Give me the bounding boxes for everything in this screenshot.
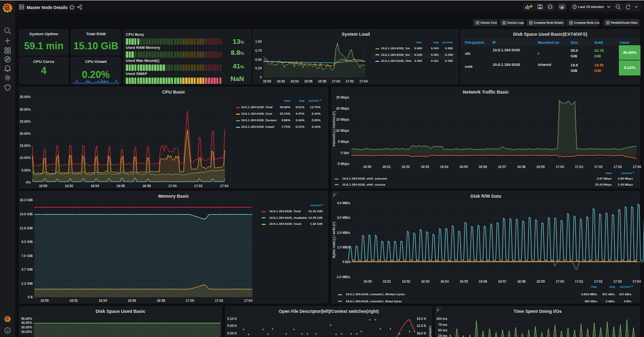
svg-text:16:53: 16:53 (421, 165, 429, 168)
svg-text:1.00: 1.00 (255, 40, 262, 43)
svg-text:50 ms: 50 ms (438, 328, 448, 332)
svg-text:16:58: 16:58 (156, 299, 165, 302)
svg-text:0.25: 0.25 (255, 66, 262, 70)
svg-text:16:52: 16:52 (401, 165, 410, 168)
svg-text:17:00: 17:00 (186, 299, 194, 302)
svg-text:16:56: 16:56 (117, 184, 125, 188)
svg-text:i: i (438, 308, 439, 312)
svg-text:16:55: 16:55 (459, 165, 468, 168)
svg-text:50.00%: 50.00% (21, 317, 32, 320)
svg-text:17:00: 17:00 (332, 79, 340, 83)
svg-text:17:04: 17:04 (244, 299, 253, 302)
svg-text:1.0 MB/s: 1.0 MB/s (337, 245, 351, 249)
svg-text:-5 Mbps: -5 Mbps (337, 162, 349, 166)
svg-text:14.0 GiB: 14.0 GiB (20, 212, 33, 216)
svg-text:17:04: 17:04 (633, 165, 641, 168)
svg-text:16:56: 16:56 (478, 165, 487, 168)
svg-text:17:00: 17:00 (555, 165, 564, 168)
svg-text:16:50: 16:50 (363, 280, 372, 283)
svg-text:20 Mbps: 20 Mbps (336, 107, 349, 111)
svg-text:25.00%: 25.00% (20, 120, 31, 123)
svg-text:16:52: 16:52 (69, 299, 78, 302)
svg-text:16:58: 16:58 (517, 165, 526, 168)
svg-text:30.00%: 30.00% (20, 108, 31, 111)
svg-text:5 Mbps: 5 Mbps (338, 140, 350, 144)
svg-text:17:04: 17:04 (220, 184, 228, 188)
svg-text:i: i (334, 193, 335, 197)
svg-text:7.0 GiB: 7.0 GiB (22, 254, 33, 258)
svg-text:16:58: 16:58 (517, 280, 526, 283)
svg-text:100 ms: 100 ms (436, 317, 447, 320)
svg-text:0%: 0% (26, 181, 31, 184)
svg-text:Bytes read (-) / write (+): Bytes read (-) / write (+) (332, 222, 336, 258)
svg-text:16:50: 16:50 (40, 299, 49, 302)
svg-text:11.6 GiB: 11.6 GiB (20, 226, 33, 230)
svg-text:16:54: 16:54 (91, 184, 99, 188)
svg-text:20.00%: 20.00% (21, 330, 32, 333)
svg-text:16:56: 16:56 (304, 79, 313, 83)
svg-text:0.50: 0.50 (255, 58, 262, 61)
svg-text:15.0 K: 15.0 K (417, 317, 426, 320)
svg-text:0.75: 0.75 (255, 49, 262, 52)
svg-text:17:03: 17:03 (613, 280, 622, 283)
svg-text:16:58: 16:58 (142, 184, 151, 188)
svg-text:context_switch: context_switch (429, 326, 432, 337)
svg-text:17:01: 17:01 (575, 280, 584, 283)
svg-text:16:59: 16:59 (536, 280, 545, 283)
svg-text:-1.0 MB/s: -1.0 MB/s (336, 275, 350, 279)
svg-text:15 Mbps: 15 Mbps (336, 118, 349, 122)
svg-text:16:52: 16:52 (65, 184, 73, 188)
svg-text:16.3 GiB: 16.3 GiB (20, 198, 33, 202)
svg-text:17:04: 17:04 (632, 280, 641, 283)
svg-text:16:58: 16:58 (318, 79, 327, 83)
svg-text:25 Mbps: 25 Mbps (336, 96, 349, 100)
svg-text:16:56: 16:56 (479, 280, 488, 283)
svg-text:17:00: 17:00 (555, 280, 564, 283)
svg-text:0 B: 0 B (28, 295, 33, 299)
svg-text:2.0 MB/s: 2.0 MB/s (337, 231, 351, 234)
svg-text:17:03: 17:03 (613, 165, 622, 168)
svg-text:16:53: 16:53 (421, 280, 430, 283)
svg-text:17:02: 17:02 (346, 79, 354, 83)
svg-text:16:51: 16:51 (383, 280, 391, 283)
svg-text:17:02: 17:02 (215, 299, 223, 302)
svg-text:5.00%: 5.00% (22, 168, 31, 172)
svg-text:16:54: 16:54 (440, 280, 449, 283)
svg-text:15.00%: 15.00% (20, 144, 31, 147)
svg-text:0: 0 (260, 75, 262, 79)
svg-text:3.0 MB/s: 3.0 MB/s (337, 216, 351, 219)
svg-text:17:04: 17:04 (359, 79, 368, 83)
svg-text:9.3 GiB: 9.3 GiB (22, 240, 33, 243)
svg-text:16:50: 16:50 (39, 184, 47, 188)
svg-text:2.3 GiB: 2.3 GiB (22, 282, 33, 285)
svg-text:16:54: 16:54 (99, 299, 107, 302)
svg-text:16:51: 16:51 (382, 165, 391, 168)
svg-text:Last 15 minutes: Last 15 minutes (578, 5, 604, 9)
svg-text:17:02: 17:02 (594, 280, 603, 283)
svg-text:35.00%: 35.00% (20, 95, 31, 99)
svg-text:30.00%: 30.00% (21, 325, 32, 329)
svg-text:17:01: 17:01 (575, 165, 584, 168)
svg-text:16:55: 16:55 (459, 280, 468, 283)
svg-text:17:00: 17:00 (168, 184, 177, 188)
svg-text:16:52: 16:52 (277, 79, 285, 83)
svg-text:5.10 K: 5.10 K (227, 317, 237, 320)
svg-text:16:52: 16:52 (402, 280, 411, 283)
svg-text:12.5 K: 12.5 K (417, 324, 426, 327)
svg-text:17:02: 17:02 (194, 184, 203, 188)
svg-text:20.00%: 20.00% (20, 132, 31, 135)
svg-text:10.00%: 10.00% (20, 156, 31, 159)
svg-text:16:50: 16:50 (363, 165, 371, 168)
svg-text:75 ms: 75 ms (438, 323, 448, 326)
svg-text:16:54: 16:54 (290, 79, 299, 83)
svg-text:16:50: 16:50 (263, 79, 271, 83)
svg-text:16:57: 16:57 (498, 165, 506, 168)
svg-text:16:57: 16:57 (498, 280, 507, 283)
svg-text:17:02: 17:02 (594, 165, 603, 168)
svg-text:5.00 K: 5.00 K (227, 331, 237, 335)
svg-text:0 B/s: 0 B/s (342, 260, 350, 264)
svg-text:25 ms: 25 ms (438, 334, 448, 337)
svg-text:40.00%: 40.00% (21, 321, 32, 324)
svg-text:10.0 K: 10.0 K (417, 331, 426, 335)
svg-text:10 Mbps: 10 Mbps (336, 129, 349, 133)
